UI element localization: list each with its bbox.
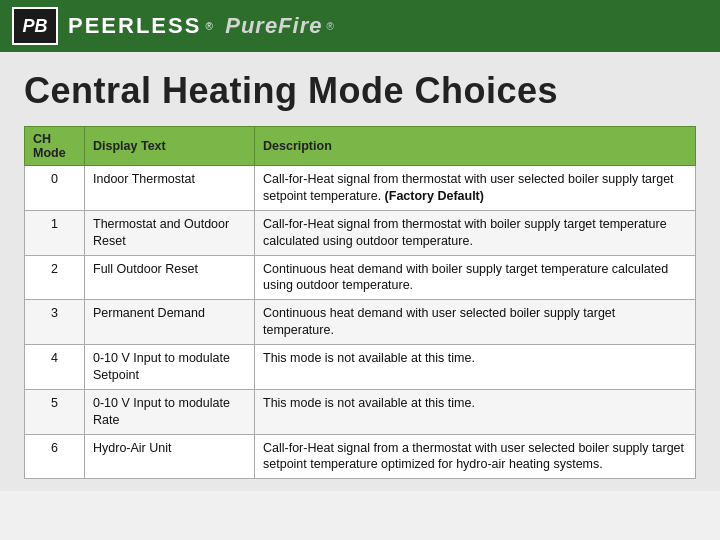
brand-registered: ®: [205, 21, 212, 32]
table-row: 6Hydro-Air UnitCall-for-Heat signal from…: [25, 434, 696, 479]
cell-mode: 3: [25, 300, 85, 345]
brand-text: PEERLESS® PureFire®: [68, 13, 334, 39]
cell-display: Permanent Demand: [85, 300, 255, 345]
cell-display: Full Outdoor Reset: [85, 255, 255, 300]
table-row: 0Indoor ThermostatCall-for-Heat signal f…: [25, 166, 696, 211]
cell-description: This mode is not available at this time.: [255, 345, 696, 390]
col-header-mode: CH Mode: [25, 127, 85, 166]
cell-mode: 6: [25, 434, 85, 479]
col-header-display: Display Text: [85, 127, 255, 166]
col-header-description: Description: [255, 127, 696, 166]
table-row: 1Thermostat and Outdoor ResetCall-for-He…: [25, 210, 696, 255]
cell-mode: 0: [25, 166, 85, 211]
logo-pb: PB: [22, 16, 47, 37]
product-registered: ®: [326, 21, 333, 32]
cell-description: Continuous heat demand with boiler suppl…: [255, 255, 696, 300]
table-row: 50-10 V Input to modulate RateThis mode …: [25, 389, 696, 434]
cell-description: Call-for-Heat signal from thermostat wit…: [255, 210, 696, 255]
cell-display: Thermostat and Outdoor Reset: [85, 210, 255, 255]
cell-display: 0-10 V Input to modulate Rate: [85, 389, 255, 434]
brand-name: PEERLESS: [68, 13, 201, 39]
header-bar: PB PEERLESS® PureFire®: [0, 0, 720, 52]
cell-description: Continuous heat demand with user selecte…: [255, 300, 696, 345]
cell-description: Call-for-Heat signal from a thermostat w…: [255, 434, 696, 479]
cell-display: 0-10 V Input to modulate Setpoint: [85, 345, 255, 390]
page-title: Central Heating Mode Choices: [24, 70, 696, 112]
table-row: 2Full Outdoor ResetContinuous heat deman…: [25, 255, 696, 300]
table-row: 3Permanent DemandContinuous heat demand …: [25, 300, 696, 345]
product-name: PureFire: [225, 13, 322, 39]
cell-description: Call-for-Heat signal from thermostat wit…: [255, 166, 696, 211]
ch-mode-table: CH Mode Display Text Description 0Indoor…: [24, 126, 696, 479]
cell-description: This mode is not available at this time.: [255, 389, 696, 434]
table-row: 40-10 V Input to modulate SetpointThis m…: [25, 345, 696, 390]
cell-mode: 1: [25, 210, 85, 255]
cell-mode: 4: [25, 345, 85, 390]
cell-display: Indoor Thermostat: [85, 166, 255, 211]
main-content: Central Heating Mode Choices CH Mode Dis…: [0, 52, 720, 491]
logo-box: PB: [12, 7, 58, 45]
cell-mode: 5: [25, 389, 85, 434]
table-header-row: CH Mode Display Text Description: [25, 127, 696, 166]
cell-display: Hydro-Air Unit: [85, 434, 255, 479]
cell-mode: 2: [25, 255, 85, 300]
